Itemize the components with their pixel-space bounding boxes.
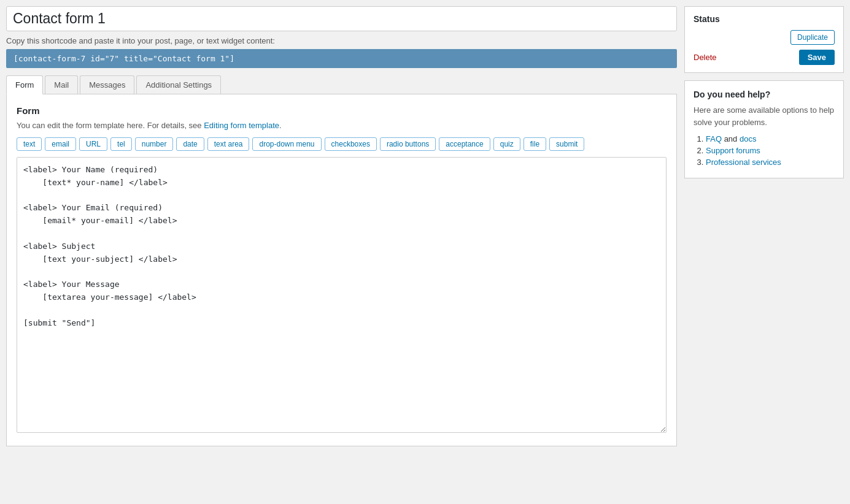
tag-btn-tel[interactable]: tel bbox=[110, 137, 132, 151]
tag-btn-acceptance[interactable]: acceptance bbox=[439, 137, 490, 151]
tab-mail[interactable]: Mail bbox=[45, 75, 78, 94]
form-section-description: You can edit the form template here. For… bbox=[17, 121, 666, 130]
help-title: Do you need help? bbox=[694, 90, 835, 99]
delete-button[interactable]: Delete bbox=[694, 53, 717, 62]
tag-btn-text[interactable]: text bbox=[17, 137, 42, 151]
form-title-input[interactable] bbox=[6, 6, 677, 31]
tag-btn-number[interactable]: number bbox=[135, 137, 174, 151]
tag-btn-drop-down-menu[interactable]: drop-down menu bbox=[252, 137, 321, 151]
help-item-2: Support forums bbox=[706, 146, 835, 155]
tab-form[interactable]: Form bbox=[6, 75, 43, 94]
tab-messages[interactable]: Messages bbox=[80, 75, 134, 94]
tag-btn-file[interactable]: file bbox=[524, 137, 546, 151]
duplicate-button[interactable]: Duplicate bbox=[790, 30, 835, 45]
help-description: Here are some available options to help … bbox=[694, 104, 835, 128]
tag-btn-email[interactable]: email bbox=[45, 137, 76, 151]
docs-link[interactable]: docs bbox=[740, 134, 756, 143]
editing-form-template-link[interactable]: Editing form template bbox=[204, 121, 279, 130]
form-desc-text: You can edit the form template here. For… bbox=[17, 121, 204, 130]
tag-btn-submit[interactable]: submit bbox=[549, 137, 584, 151]
tag-btn-text-area[interactable]: text area bbox=[207, 137, 250, 151]
tag-btn-date[interactable]: date bbox=[176, 137, 204, 151]
help-box: Do you need help? Here are some availabl… bbox=[684, 80, 844, 178]
tab-content-form: Form You can edit the form template here… bbox=[6, 94, 677, 446]
form-code-textarea[interactable] bbox=[17, 157, 666, 433]
status-box: Status Duplicate Delete Save bbox=[684, 6, 844, 73]
status-box-title: Status bbox=[694, 14, 835, 24]
status-actions: Delete Save bbox=[694, 50, 835, 65]
shortcode-hint: Copy this shortcode and paste it into yo… bbox=[6, 36, 677, 45]
shortcode-bar[interactable]: [contact-form-7 id="7" title="Contact fo… bbox=[6, 49, 677, 68]
save-button[interactable]: Save bbox=[799, 50, 835, 65]
help-list: FAQ and docs Support forums Professional… bbox=[694, 134, 835, 167]
help-connector: and bbox=[724, 134, 740, 143]
professional-services-link[interactable]: Professional services bbox=[706, 158, 781, 167]
form-tabs: Form Mail Messages Additional Settings bbox=[6, 75, 677, 94]
help-item-1: FAQ and docs bbox=[706, 134, 835, 143]
main-panel: Copy this shortcode and paste it into yo… bbox=[6, 6, 677, 446]
status-row: Duplicate bbox=[694, 30, 835, 45]
tag-buttons-container: textemailURLtelnumberdatetext areadrop-d… bbox=[17, 137, 666, 151]
form-section-title: Form bbox=[17, 105, 666, 116]
help-item-3: Professional services bbox=[706, 158, 835, 167]
support-forums-link[interactable]: Support forums bbox=[706, 146, 760, 155]
tag-btn-url[interactable]: URL bbox=[79, 137, 107, 151]
tab-additional-settings[interactable]: Additional Settings bbox=[136, 75, 221, 94]
tag-btn-quiz[interactable]: quiz bbox=[493, 137, 520, 151]
tag-btn-checkboxes[interactable]: checkboxes bbox=[325, 137, 377, 151]
tag-btn-radio-buttons[interactable]: radio buttons bbox=[380, 137, 436, 151]
form-desc-suffix: . bbox=[279, 121, 282, 130]
faq-link[interactable]: FAQ bbox=[706, 134, 722, 143]
sidebar: Status Duplicate Delete Save Do you need… bbox=[684, 6, 844, 178]
